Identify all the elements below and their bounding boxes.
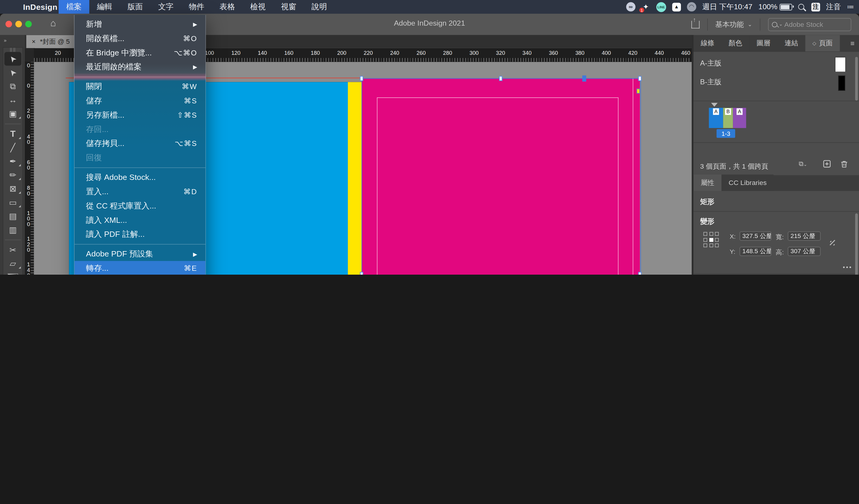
panel-tab-圖層[interactable]: 圖層 [750,35,778,51]
new-page-icon[interactable] [823,160,831,170]
menubar-item-說明[interactable]: 說明 [304,0,335,14]
workspace-label: 基本功能 [715,19,744,29]
master-page-swatch[interactable] [835,57,846,72]
input-method-icon[interactable]: 注 [811,2,820,11]
file-menu-item[interactable]: 在 Bridge 中瀏覽...⌥⌘O [75,45,206,60]
rectangle-tool[interactable]: ▭ [3,195,22,209]
selection-handle[interactable] [638,76,642,81]
ruler-tick-label: 120 [231,50,241,56]
menubar-item-物件[interactable]: 物件 [181,0,212,14]
file-menu-item[interactable]: 關閉⌘W [75,79,206,94]
menu-bar-clock[interactable]: 週日 下午10:47 [703,2,753,12]
creative-cloud-icon[interactable]: ∞ [626,2,635,11]
selection-bounding-box[interactable] [361,78,641,274]
app-menu-indesign[interactable]: InDesign [23,2,57,11]
pages-panel-scrollbar[interactable] [855,57,858,101]
vertical-grid-tool[interactable]: ▥ [3,223,22,237]
free-transform-tool[interactable]: ▱ [3,256,22,270]
reference-point-grid[interactable] [703,232,719,247]
battery-indicator[interactable]: 100% [758,3,792,11]
line-tool[interactable]: ╱ [3,141,22,154]
adobe-stock-search-input[interactable]: ⌄ Adobe Stock [768,18,851,31]
panel-menu-icon[interactable]: ≡ [850,39,855,48]
page-thumbnail[interactable]: B [723,108,733,128]
selection-handle-blue[interactable] [582,75,586,81]
file-menu-item[interactable]: 開啟舊檔...⌘O [75,31,206,46]
x-position-field[interactable]: 327.5 公釐 [740,232,772,241]
gap-tool[interactable]: ↔ [3,93,22,107]
file-menu-item[interactable]: Adobe PDF 預設集▶ [75,247,206,261]
page-thumbnail[interactable]: A [733,108,746,128]
panel-tab-顏色[interactable]: 顏色 [722,35,750,51]
constrain-proportions-broken-link-icon[interactable] [828,239,837,249]
menubar-item-檔案[interactable]: 檔案 [59,0,89,14]
pencil-tool[interactable]: ✏ [3,168,22,182]
height-field[interactable]: 307 公釐 [788,247,820,256]
master-page-row[interactable]: A-主版 [693,55,859,73]
file-menu-item[interactable]: 儲存⌘S [75,94,206,108]
gradient-swatch-tool[interactable] [3,270,22,274]
menubar-item-文字[interactable]: 文字 [151,0,181,14]
width-field[interactable]: 215 公釐 [788,232,820,241]
share-icon[interactable]: ↑ [691,20,699,28]
selection-handle[interactable] [638,272,642,274]
master-page-row[interactable]: B-主版 [693,73,859,91]
file-menu-item[interactable]: 最近開啟的檔案▶ [75,60,206,74]
file-menu-item[interactable]: 另存新檔...⇧⌘S [75,108,206,122]
panel-divider[interactable] [691,35,693,274]
type-tool[interactable]: T [3,127,22,141]
triangle-app-icon[interactable]: ▲ [672,2,681,11]
tab-屬性[interactable]: 屬性 [693,175,722,191]
page-tool[interactable]: ⧉ [3,79,22,93]
file-menu-item[interactable]: 讀入 PDF 註解... [75,227,206,241]
y-position-field[interactable]: 148.5 公釐 [740,247,772,256]
selection-tool[interactable]: ➤ [4,52,21,65]
delete-page-icon[interactable] [840,160,848,170]
properties-panel-scrollbar[interactable] [855,213,858,274]
panel-tab-頁面[interactable]: ◇頁面 [805,35,840,51]
yellow-strip-object[interactable] [348,82,361,274]
close-tab-icon[interactable]: × [32,38,36,46]
menubar-item-視窗[interactable]: 視窗 [273,0,304,14]
panel-tab-線條[interactable]: 線條 [693,35,722,51]
selection-handle[interactable] [360,76,363,81]
scissors-tool[interactable]: ✂ [3,243,22,256]
more-options-icon[interactable]: ••• [843,264,853,270]
tidal-icon[interactable]: ✦1 [642,2,650,11]
horizontal-grid-tool[interactable]: ▤ [3,209,22,223]
menubar-item-表格[interactable]: 表格 [212,0,243,14]
selection-handle[interactable] [499,76,502,81]
edit-page-size-icon[interactable]: ⧉⌄ [799,160,807,168]
file-menu-dropdown: 新增▶開啟舊檔...⌘O在 Bridge 中瀏覽...⌥⌘O最近開啟的檔案▶關閉… [74,15,206,274]
menubar-item-檢視[interactable]: 檢視 [242,0,273,14]
control-center-icon[interactable]: ≔ [847,3,854,11]
panel-tab-連結[interactable]: 連結 [777,35,805,51]
file-menu-item[interactable]: 讀入 XML... [75,213,206,227]
content-collector-tool[interactable]: ▣ [3,107,22,120]
line-app-icon[interactable]: LINE [656,2,666,12]
menubar-item-版面[interactable]: 版面 [120,0,151,14]
tab-CC Libraries[interactable]: CC Libraries [722,175,774,191]
pen-tool[interactable]: ✒ [3,154,22,168]
file-menu-item[interactable]: 轉存...⌘E [75,261,206,274]
file-menu-item[interactable]: 從 CC 程式庫置入... [75,199,206,213]
menubar-item-編輯[interactable]: 編輯 [89,0,120,14]
selection-handle[interactable] [360,272,363,274]
vertical-ruler[interactable]: 2002040608010012014016018020022024026028… [25,62,34,274]
file-menu-item[interactable]: 搜尋 Adobe Stock... [75,170,206,184]
file-menu-item[interactable]: 置入...⌘D [75,184,206,199]
workspace-switcher[interactable]: 基本功能 ⌄ [715,19,752,29]
direct-selection-tool[interactable]: ➤ [3,65,22,79]
corner-editor-handle[interactable] [636,89,640,94]
input-method-label[interactable]: 注音 [826,2,841,12]
ruler-origin-box[interactable] [25,48,35,63]
file-menu-item[interactable]: 新增▶ [75,17,206,31]
master-page-swatch[interactable] [838,75,845,91]
spread-range-badge[interactable]: 1-3 [717,129,735,138]
expand-panel-icon[interactable]: » [4,38,7,43]
frame-tool[interactable]: ⊠ [3,182,22,195]
vpn-status-icon[interactable]: ◠ [687,2,696,11]
spotlight-search-icon[interactable] [798,4,804,10]
file-menu-item[interactable]: 儲存拷貝...⌥⌘S [75,136,206,151]
page-thumbnail[interactable]: A [709,108,723,128]
